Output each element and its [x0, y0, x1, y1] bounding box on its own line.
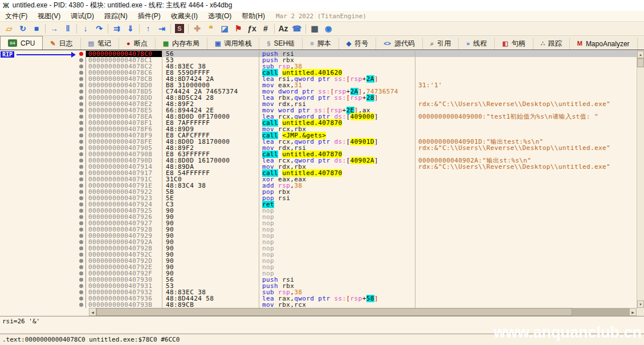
- disasm-row[interactable]: 000000000040792D90nop: [76, 258, 637, 264]
- animate-into-icon[interactable]: ⇉: [110, 23, 124, 35]
- comment-cell[interactable]: 00000000040902A:"输出st:%s\n": [415, 157, 637, 164]
- comment-cell[interactable]: [415, 270, 637, 277]
- disasm-row[interactable]: 000000000040792C90nop: [76, 251, 637, 258]
- tab-引用[interactable]: ⌕引用: [423, 38, 459, 50]
- disasm-row[interactable]: 00000000004078C056push rsi: [76, 51, 637, 57]
- breakpoint-slot-dot[interactable]: [79, 127, 83, 131]
- disasm-row[interactable]: 00000000004078CB48:8D7424 2Alea rsi,qwor…: [76, 76, 637, 82]
- breakpoint-gutter[interactable]: [76, 132, 85, 139]
- menu-item-7[interactable]: 选项(O): [203, 11, 237, 21]
- breakpoint-slot-dot[interactable]: [79, 215, 83, 219]
- breakpoint-slot-dot[interactable]: [79, 271, 83, 275]
- instruction-cell[interactable]: nop: [259, 220, 415, 226]
- restart-icon[interactable]: ↻: [16, 23, 30, 35]
- breakpoint-gutter[interactable]: [76, 151, 85, 157]
- breakpoint-gutter[interactable]: [76, 176, 85, 182]
- breakpoint-slot-dot[interactable]: [79, 71, 83, 75]
- breakpoint-slot-dot[interactable]: [79, 64, 83, 68]
- step-over-icon[interactable]: ↷: [92, 23, 106, 35]
- font-settings-icon[interactable]: Az: [276, 23, 290, 35]
- hash-icon[interactable]: #: [259, 23, 272, 35]
- bytes-cell[interactable]: 90: [162, 264, 259, 270]
- bytes-cell[interactable]: 90: [162, 270, 259, 277]
- scylla-icon[interactable]: S: [173, 23, 186, 35]
- breakpoint-slot-dot[interactable]: [79, 303, 83, 307]
- comment-cell[interactable]: [415, 220, 637, 226]
- scroll-right-icon[interactable]: ▶: [629, 308, 637, 316]
- bytes-cell[interactable]: 5E: [162, 195, 259, 201]
- scroll-up-icon[interactable]: ▲: [637, 51, 644, 58]
- tab-句柄[interactable]: ◧句柄: [495, 38, 533, 50]
- comment-cell[interactable]: [415, 245, 637, 251]
- bytes-cell[interactable]: 5B: [162, 189, 259, 195]
- tab-源代码[interactable]: <>源代码: [376, 38, 423, 50]
- comment-cell[interactable]: [415, 214, 637, 220]
- bytes-cell[interactable]: 48:83C4 38: [162, 182, 259, 189]
- breakpoint-slot-dot[interactable]: [79, 146, 83, 150]
- breakpoint-slot-dot[interactable]: [79, 290, 83, 294]
- breakpoint-slot-dot[interactable]: [79, 284, 83, 288]
- breakpoint-slot-dot[interactable]: [79, 102, 83, 106]
- breakpoint-gutter[interactable]: [76, 157, 85, 164]
- breakpoint-gutter[interactable]: [76, 126, 85, 132]
- disasm-row[interactable]: 00000000004078C153push rbx: [76, 57, 637, 63]
- instruction-cell[interactable]: nop: [259, 233, 415, 239]
- breakpoint-gutter[interactable]: [76, 101, 85, 107]
- disasm-row[interactable]: 00000000004079235Epop rsi: [76, 195, 637, 201]
- address-cell[interactable]: 000000000040793B: [85, 302, 162, 308]
- breakpoint-gutter[interactable]: [76, 233, 85, 239]
- bytes-cell[interactable]: 90: [162, 208, 259, 214]
- instruction-cell[interactable]: nop: [259, 208, 415, 214]
- breakpoint-gutter[interactable]: [76, 107, 85, 113]
- comment-cell[interactable]: [415, 51, 637, 57]
- tab-调用堆栈[interactable]: ▣调用堆栈: [207, 38, 259, 50]
- breakpoint-gutter[interactable]: [76, 63, 85, 70]
- breakpoint-gutter[interactable]: [76, 251, 85, 258]
- bytes-cell[interactable]: 90: [162, 214, 259, 220]
- breakpoint-gutter[interactable]: [76, 82, 85, 88]
- tab-CPU[interactable]: 64CPU: [0, 36, 43, 50]
- breakpoint-gutter[interactable]: [76, 201, 85, 208]
- comment-cell[interactable]: [415, 57, 637, 63]
- instruction-cell[interactable]: nop: [259, 258, 415, 264]
- tab-断点[interactable]: ●断点: [119, 38, 156, 50]
- comment-cell[interactable]: [415, 107, 637, 113]
- menu-item-1[interactable]: 文件(F): [0, 11, 32, 21]
- comment-cell[interactable]: 0000000000409000:"test1初始值为%s\n请输入st值: ": [415, 113, 637, 120]
- breakpoint-gutter[interactable]: [76, 113, 85, 120]
- tab-线程[interactable]: »线程: [459, 38, 495, 50]
- comment-cell[interactable]: [415, 201, 637, 208]
- breakpoint-slot-dot[interactable]: [79, 115, 83, 119]
- breakpoint-gutter[interactable]: [76, 195, 85, 201]
- breakpoint-slot-dot[interactable]: [79, 108, 83, 112]
- bookmarks-icon[interactable]: ⚑: [231, 23, 245, 35]
- instruction-cell[interactable]: pop rsi: [259, 195, 415, 201]
- breakpoint-dot[interactable]: [79, 52, 83, 56]
- breakpoint-slot-dot[interactable]: [79, 140, 83, 144]
- breakpoint-slot-dot[interactable]: [79, 171, 83, 175]
- breakpoint-gutter[interactable]: [76, 120, 85, 126]
- breakpoint-slot-dot[interactable]: [79, 190, 83, 194]
- breakpoint-gutter[interactable]: [76, 76, 85, 82]
- step-out-icon[interactable]: ⇓: [124, 23, 137, 35]
- breakpoint-gutter[interactable]: [76, 289, 85, 295]
- tab-日志[interactable]: ✎日志: [43, 38, 80, 50]
- breakpoint-gutter[interactable]: [76, 258, 85, 264]
- breakpoint-gutter[interactable]: [76, 51, 85, 57]
- breakpoint-gutter[interactable]: [76, 264, 85, 270]
- disasm-row[interactable]: 000000000040791E48:83C4 38add rsp,38: [76, 182, 637, 189]
- comment-cell[interactable]: [415, 277, 637, 283]
- disasm-row[interactable]: 000000000040792B90nop: [76, 245, 637, 251]
- breakpoint-slot-dot[interactable]: [79, 278, 83, 282]
- breakpoint-gutter[interactable]: [76, 302, 85, 308]
- comment-cell[interactable]: [415, 95, 637, 101]
- disasm-row[interactable]: 000000000040790548:89F2mov rdx,rsirdx:&"…: [76, 145, 637, 151]
- breakpoint-gutter[interactable]: [76, 95, 85, 101]
- breakpoint-slot-dot[interactable]: [79, 202, 83, 206]
- comment-cell[interactable]: [415, 88, 637, 95]
- menu-item-3[interactable]: 调试(D): [66, 11, 99, 21]
- instruction-cell[interactable]: nop: [259, 214, 415, 220]
- scroll-left-icon[interactable]: ◀: [89, 308, 96, 316]
- instruction-cell[interactable]: nop: [259, 245, 415, 251]
- breakpoint-slot-dot[interactable]: [79, 152, 83, 156]
